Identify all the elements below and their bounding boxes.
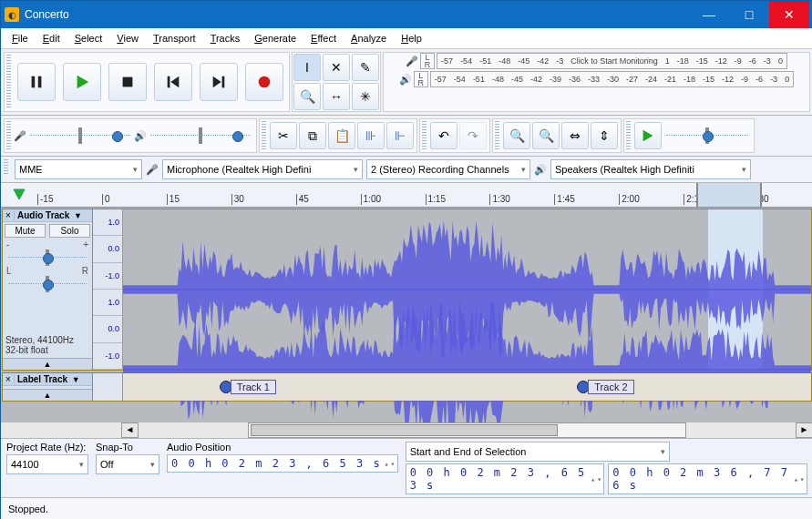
audio-host-combo[interactable]: MME▾ (15, 159, 142, 179)
svg-marker-9 (643, 130, 653, 142)
menu-tracks[interactable]: Tracks (203, 31, 248, 46)
selection-toolbar: Project Rate (Hz): 44100▾ Snap-To Off▾ A… (1, 438, 812, 497)
project-rate-combo[interactable]: 44100▾ (6, 454, 88, 474)
svg-rect-4 (168, 76, 170, 88)
record-channels-combo[interactable]: 2 (Stereo) Recording Channels▾ (366, 159, 530, 179)
svg-marker-5 (170, 76, 179, 88)
speaker-icon[interactable]: 🔊 (399, 74, 412, 86)
fit-project-button[interactable]: ⇕ (591, 122, 618, 149)
timeline-ruler[interactable]: -1501530451:001:151:301:452:002:152:302:… (1, 183, 812, 208)
record-device-combo[interactable]: Microphone (Realtek High Defini▾ (162, 159, 363, 179)
window-title: Concerto (25, 8, 689, 21)
track-collapse-button[interactable]: ▲ (3, 389, 92, 401)
edit-toolbar: ✂ ⧉ 📋 ⊪ ⊩ (259, 118, 417, 153)
solo-button[interactable]: Solo (49, 224, 90, 238)
snap-to-combo[interactable]: Off▾ (96, 454, 159, 474)
maximize-button[interactable]: □ (729, 1, 769, 28)
trim-button[interactable]: ⊪ (357, 122, 385, 149)
mixer-toolbar: 🎤 🔊 (4, 118, 257, 153)
playback-device-combo[interactable]: Speakers (Realtek High Definiti▾ (550, 159, 751, 179)
track-info: Stereo, 44100Hz32-bit float (3, 332, 92, 358)
menu-help[interactable]: Help (394, 31, 429, 46)
vertical-scale[interactable]: 1.00.0-1.0 1.00.0-1.0 (93, 209, 123, 370)
stop-button[interactable] (108, 63, 147, 101)
selection-end-field[interactable]: 0 0 h 0 2 m 3 6 , 7 7 6 s▴▾ (608, 463, 807, 494)
audio-track: × Audio Track ▼ Mute Solo -+ LR Stereo, … (2, 209, 812, 371)
play-button[interactable] (63, 63, 101, 101)
app-icon: ◐ (5, 7, 19, 22)
menu-generate[interactable]: Generate (247, 31, 303, 46)
svg-rect-0 (32, 76, 36, 88)
mute-button[interactable]: Mute (5, 224, 46, 238)
track-close-button[interactable]: × (3, 210, 15, 220)
zoom-in-button[interactable]: 🔍 (503, 122, 530, 149)
zoom-out-button[interactable]: 🔍 (532, 122, 560, 149)
paste-button[interactable]: 📋 (328, 122, 355, 149)
snap-to-label: Snap-To (96, 442, 159, 453)
pan-slider[interactable] (8, 276, 87, 292)
copy-button[interactable]: ⧉ (299, 122, 326, 149)
svg-rect-3 (123, 77, 133, 87)
record-meter[interactable]: -57-54-51-48-45-42-3 Click to Start Moni… (437, 53, 787, 69)
menu-transport[interactable]: Transport (146, 31, 203, 46)
device-toolbar: MME▾ 🎤 Microphone (Realtek High Defini▾ … (1, 157, 812, 183)
menu-select[interactable]: Select (67, 31, 110, 46)
svg-marker-2 (77, 76, 89, 88)
timeshift-tool[interactable]: ↔ (323, 83, 350, 110)
monitor-hint[interactable]: Click to Start Monitoring (570, 56, 658, 66)
skip-start-button[interactable] (154, 63, 192, 101)
speaker-icon: 🔊 (534, 164, 547, 176)
record-button[interactable] (245, 63, 283, 101)
track-close-button[interactable]: × (3, 374, 15, 384)
playback-meter[interactable]: -57-54-51-48-45-42-39-36-33-30-27-24-21-… (430, 71, 794, 87)
selection-tool[interactable]: I (293, 54, 321, 81)
playatspeed-toolbar (623, 118, 755, 153)
label-marker[interactable]: Track 1 (220, 380, 276, 394)
track-collapse-button[interactable]: ▲ (3, 358, 92, 370)
label-area[interactable]: Track 1Track 2 (123, 373, 811, 401)
svg-rect-1 (38, 76, 42, 88)
playback-speed-slider[interactable] (666, 127, 748, 144)
track-area: × Audio Track ▼ Mute Solo -+ LR Stereo, … (1, 208, 812, 438)
mic-icon[interactable]: 🎤 (406, 56, 418, 67)
gain-slider[interactable] (8, 249, 87, 266)
titlebar[interactable]: ◐ Concerto — □ ✕ (1, 1, 812, 28)
minimize-button[interactable]: — (689, 1, 729, 28)
record-volume-slider[interactable] (30, 127, 130, 144)
skip-end-button[interactable] (200, 63, 238, 101)
menubar: File Edit Select View Transport Tracks G… (1, 28, 812, 49)
playhead-icon (13, 188, 26, 201)
draw-tool[interactable]: ✎ (352, 54, 379, 81)
redo-button[interactable]: ↷ (459, 122, 487, 149)
svg-rect-7 (222, 76, 225, 88)
svg-marker-10 (14, 189, 25, 199)
play-at-speed-button[interactable] (634, 122, 662, 149)
selection-type-combo[interactable]: Start and End of Selection▾ (406, 442, 670, 462)
zoom-tool[interactable]: 🔍 (293, 83, 321, 110)
silence-button[interactable]: ⊩ (386, 122, 414, 149)
mic-icon: 🎤 (14, 130, 26, 142)
menu-file[interactable]: File (5, 31, 36, 46)
waveform-left[interactable] (123, 209, 811, 370)
track-header: × Audio Track ▼ Mute Solo -+ LR Stereo, … (3, 209, 93, 370)
project-rate-label: Project Rate (Hz): (6, 442, 88, 453)
cut-button[interactable]: ✂ (270, 122, 297, 149)
playback-volume-slider[interactable] (150, 127, 251, 144)
selection-start-field[interactable]: 0 0 h 0 2 m 2 3 , 6 5 3 s▴▾ (406, 463, 605, 494)
close-button[interactable]: ✕ (769, 1, 809, 28)
envelope-tool[interactable]: ✕ (323, 54, 350, 81)
audio-position-field[interactable]: 0 0 h 0 2 m 2 3 , 6 5 3 s▴▾ (167, 454, 398, 473)
menu-effect[interactable]: Effect (303, 31, 344, 46)
menu-analyze[interactable]: Analyze (344, 31, 394, 46)
pause-button[interactable] (17, 63, 56, 101)
menu-view[interactable]: View (109, 31, 146, 46)
fit-selection-button[interactable]: ⇔ (561, 122, 589, 149)
label-marker[interactable]: Track 2 (577, 380, 633, 394)
undo-button[interactable]: ↶ (430, 122, 457, 149)
track-name-dropdown[interactable]: Audio Track ▼ (15, 209, 92, 221)
track-name-dropdown[interactable]: Label Track ▼ (15, 373, 92, 385)
menu-edit[interactable]: Edit (36, 31, 67, 46)
multi-tool[interactable]: ✳ (352, 83, 379, 110)
meter-lr: LR (420, 53, 435, 69)
speaker-icon: 🔊 (134, 130, 147, 142)
